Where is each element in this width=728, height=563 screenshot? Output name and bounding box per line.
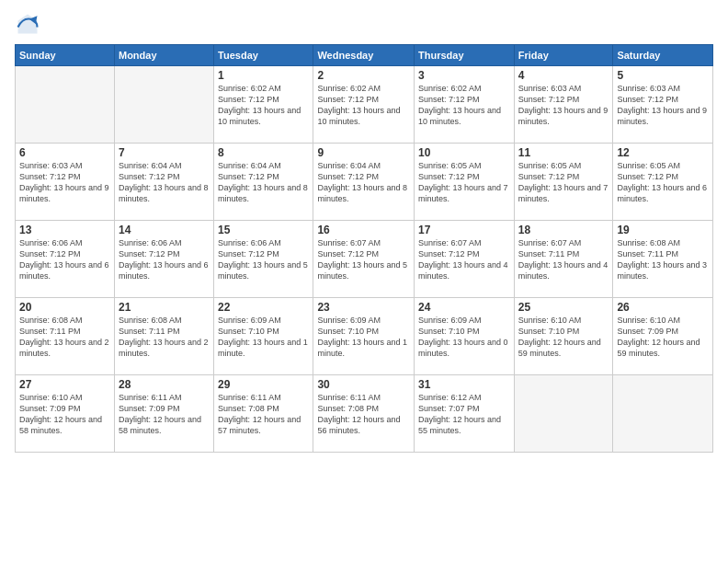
- day-cell: 1Sunrise: 6:02 AM Sunset: 7:12 PM Daylig…: [214, 66, 313, 144]
- day-cell: 4Sunrise: 6:03 AM Sunset: 7:12 PM Daylig…: [514, 66, 613, 144]
- day-cell: 6Sunrise: 6:03 AM Sunset: 7:12 PM Daylig…: [16, 144, 115, 221]
- day-number: 18: [518, 224, 609, 236]
- day-cell: 18Sunrise: 6:07 AM Sunset: 7:11 PM Dayli…: [514, 221, 613, 298]
- day-cell: 23Sunrise: 6:09 AM Sunset: 7:10 PM Dayli…: [313, 298, 415, 375]
- day-info: Sunrise: 6:04 AM Sunset: 7:12 PM Dayligh…: [317, 160, 410, 205]
- day-cell: 11Sunrise: 6:05 AM Sunset: 7:12 PM Dayli…: [514, 144, 613, 221]
- day-number: 25: [518, 301, 609, 314]
- week-row-1: 1Sunrise: 6:02 AM Sunset: 7:12 PM Daylig…: [16, 66, 713, 144]
- day-number: 23: [317, 301, 410, 314]
- week-row-5: 27Sunrise: 6:10 AM Sunset: 7:09 PM Dayli…: [16, 375, 713, 453]
- day-info: Sunrise: 6:05 AM Sunset: 7:12 PM Dayligh…: [518, 160, 609, 205]
- day-cell: 13Sunrise: 6:06 AM Sunset: 7:12 PM Dayli…: [16, 221, 115, 298]
- day-cell: [613, 375, 713, 453]
- weekday-header-friday: Friday: [514, 45, 613, 66]
- weekday-header-sunday: Sunday: [16, 45, 115, 66]
- day-cell: 27Sunrise: 6:10 AM Sunset: 7:09 PM Dayli…: [16, 375, 115, 453]
- day-info: Sunrise: 6:10 AM Sunset: 7:09 PM Dayligh…: [19, 392, 110, 437]
- weekday-header-thursday: Thursday: [415, 45, 515, 66]
- day-number: 17: [418, 224, 510, 236]
- day-info: Sunrise: 6:03 AM Sunset: 7:12 PM Dayligh…: [617, 83, 709, 128]
- day-cell: 22Sunrise: 6:09 AM Sunset: 7:10 PM Dayli…: [214, 298, 313, 375]
- day-number: 4: [518, 69, 609, 82]
- day-info: Sunrise: 6:08 AM Sunset: 7:11 PM Dayligh…: [19, 315, 110, 360]
- day-info: Sunrise: 6:04 AM Sunset: 7:12 PM Dayligh…: [119, 160, 210, 205]
- day-info: Sunrise: 6:05 AM Sunset: 7:12 PM Dayligh…: [418, 160, 510, 205]
- calendar-table: SundayMondayTuesdayWednesdayThursdayFrid…: [15, 44, 713, 453]
- day-info: Sunrise: 6:03 AM Sunset: 7:12 PM Dayligh…: [19, 160, 110, 205]
- day-cell: [16, 66, 115, 144]
- day-cell: 30Sunrise: 6:11 AM Sunset: 7:08 PM Dayli…: [313, 375, 415, 453]
- day-number: 2: [317, 69, 410, 82]
- day-cell: 3Sunrise: 6:02 AM Sunset: 7:12 PM Daylig…: [415, 66, 515, 144]
- day-cell: 24Sunrise: 6:09 AM Sunset: 7:10 PM Dayli…: [415, 298, 515, 375]
- day-info: Sunrise: 6:09 AM Sunset: 7:10 PM Dayligh…: [317, 315, 410, 360]
- day-info: Sunrise: 6:11 AM Sunset: 7:08 PM Dayligh…: [317, 392, 410, 437]
- day-info: Sunrise: 6:06 AM Sunset: 7:12 PM Dayligh…: [218, 237, 309, 282]
- day-info: Sunrise: 6:05 AM Sunset: 7:12 PM Dayligh…: [617, 160, 709, 205]
- day-cell: 25Sunrise: 6:10 AM Sunset: 7:10 PM Dayli…: [514, 298, 613, 375]
- day-info: Sunrise: 6:07 AM Sunset: 7:11 PM Dayligh…: [518, 237, 609, 282]
- day-number: 10: [418, 146, 510, 159]
- day-number: 6: [19, 146, 110, 159]
- day-number: 7: [119, 146, 210, 159]
- day-info: Sunrise: 6:12 AM Sunset: 7:07 PM Dayligh…: [418, 392, 510, 437]
- day-number: 24: [418, 301, 510, 314]
- weekday-header-saturday: Saturday: [613, 45, 713, 66]
- day-number: 28: [119, 378, 210, 391]
- page: SundayMondayTuesdayWednesdayThursdayFrid…: [0, 0, 728, 563]
- day-number: 14: [119, 224, 210, 236]
- day-info: Sunrise: 6:09 AM Sunset: 7:10 PM Dayligh…: [418, 315, 510, 360]
- day-number: 16: [317, 224, 410, 236]
- week-row-3: 13Sunrise: 6:06 AM Sunset: 7:12 PM Dayli…: [16, 221, 713, 298]
- header: [15, 11, 713, 37]
- day-cell: 8Sunrise: 6:04 AM Sunset: 7:12 PM Daylig…: [214, 144, 313, 221]
- day-cell: 5Sunrise: 6:03 AM Sunset: 7:12 PM Daylig…: [613, 66, 713, 144]
- day-cell: 26Sunrise: 6:10 AM Sunset: 7:09 PM Dayli…: [613, 298, 713, 375]
- day-info: Sunrise: 6:04 AM Sunset: 7:12 PM Dayligh…: [218, 160, 309, 205]
- day-cell: 7Sunrise: 6:04 AM Sunset: 7:12 PM Daylig…: [114, 144, 213, 221]
- day-cell: 19Sunrise: 6:08 AM Sunset: 7:11 PM Dayli…: [613, 221, 713, 298]
- day-cell: 2Sunrise: 6:02 AM Sunset: 7:12 PM Daylig…: [313, 66, 415, 144]
- day-number: 26: [617, 301, 709, 314]
- day-info: Sunrise: 6:06 AM Sunset: 7:12 PM Dayligh…: [19, 237, 110, 282]
- day-cell: 15Sunrise: 6:06 AM Sunset: 7:12 PM Dayli…: [214, 221, 313, 298]
- day-number: 13: [19, 224, 110, 236]
- day-number: 21: [119, 301, 210, 314]
- day-number: 22: [218, 301, 309, 314]
- day-number: 30: [317, 378, 410, 391]
- day-info: Sunrise: 6:07 AM Sunset: 7:12 PM Dayligh…: [317, 237, 410, 282]
- day-number: 29: [218, 378, 309, 391]
- day-cell: [114, 66, 213, 144]
- day-cell: 9Sunrise: 6:04 AM Sunset: 7:12 PM Daylig…: [313, 144, 415, 221]
- day-number: 20: [19, 301, 110, 314]
- day-info: Sunrise: 6:06 AM Sunset: 7:12 PM Dayligh…: [119, 237, 210, 282]
- day-info: Sunrise: 6:08 AM Sunset: 7:11 PM Dayligh…: [617, 237, 709, 282]
- day-info: Sunrise: 6:02 AM Sunset: 7:12 PM Dayligh…: [218, 83, 309, 128]
- day-cell: 31Sunrise: 6:12 AM Sunset: 7:07 PM Dayli…: [415, 375, 515, 453]
- day-cell: 20Sunrise: 6:08 AM Sunset: 7:11 PM Dayli…: [16, 298, 115, 375]
- weekday-header-monday: Monday: [114, 45, 213, 66]
- day-cell: 29Sunrise: 6:11 AM Sunset: 7:08 PM Dayli…: [214, 375, 313, 453]
- weekday-header-tuesday: Tuesday: [214, 45, 313, 66]
- day-info: Sunrise: 6:10 AM Sunset: 7:09 PM Dayligh…: [617, 315, 709, 360]
- day-cell: [514, 375, 613, 453]
- day-number: 1: [218, 69, 309, 82]
- day-info: Sunrise: 6:11 AM Sunset: 7:09 PM Dayligh…: [119, 392, 210, 437]
- day-number: 9: [317, 146, 410, 159]
- day-info: Sunrise: 6:07 AM Sunset: 7:12 PM Dayligh…: [418, 237, 510, 282]
- day-info: Sunrise: 6:09 AM Sunset: 7:10 PM Dayligh…: [218, 315, 309, 360]
- day-number: 5: [617, 69, 709, 82]
- weekday-header-wednesday: Wednesday: [313, 45, 415, 66]
- day-cell: 14Sunrise: 6:06 AM Sunset: 7:12 PM Dayli…: [114, 221, 213, 298]
- day-cell: 28Sunrise: 6:11 AM Sunset: 7:09 PM Dayli…: [114, 375, 213, 453]
- day-number: 11: [518, 146, 609, 159]
- day-cell: 21Sunrise: 6:08 AM Sunset: 7:11 PM Dayli…: [114, 298, 213, 375]
- day-cell: 17Sunrise: 6:07 AM Sunset: 7:12 PM Dayli…: [415, 221, 515, 298]
- weekday-header-row: SundayMondayTuesdayWednesdayThursdayFrid…: [16, 45, 713, 66]
- day-info: Sunrise: 6:10 AM Sunset: 7:10 PM Dayligh…: [518, 315, 609, 360]
- logo-icon: [15, 11, 40, 37]
- day-info: Sunrise: 6:02 AM Sunset: 7:12 PM Dayligh…: [418, 83, 510, 128]
- day-info: Sunrise: 6:08 AM Sunset: 7:11 PM Dayligh…: [119, 315, 210, 360]
- day-cell: 12Sunrise: 6:05 AM Sunset: 7:12 PM Dayli…: [613, 144, 713, 221]
